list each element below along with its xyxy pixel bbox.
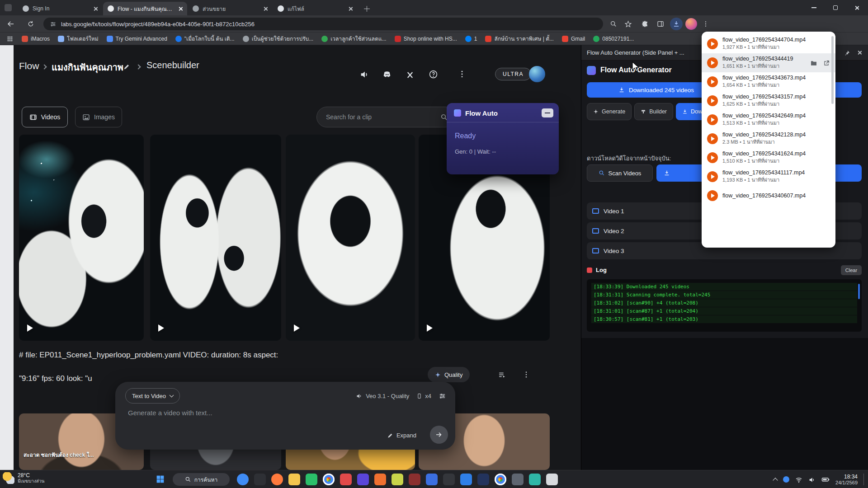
tab-images[interactable]: Images — [75, 107, 122, 127]
open-file-icon[interactable] — [823, 59, 830, 67]
bookmark-item[interactable]: 1 — [465, 36, 477, 42]
taskbar-app-icon-5[interactable] — [306, 474, 317, 485]
bookmark-item[interactable]: Try Gemini Advanced — [107, 36, 167, 42]
download-item-8[interactable]: flow_video_1769254341117.mp41,193 KB • 1… — [702, 167, 835, 186]
user-avatar[interactable] — [529, 66, 545, 82]
audio-icon[interactable] — [359, 70, 369, 80]
browser-tab-edit-file[interactable]: แก้ไฟล์ — [273, 2, 357, 15]
taskbar-app-icon-12[interactable] — [426, 474, 438, 485]
play-icon[interactable] — [27, 324, 33, 332]
help-icon[interactable] — [429, 70, 438, 79]
popup-scrollbar[interactable] — [831, 36, 834, 104]
taskbar-app-icon-1[interactable] — [237, 474, 249, 485]
reload-button[interactable] — [24, 18, 37, 30]
model-selector[interactable]: Veo 3.1 - Quality — [356, 393, 409, 399]
tray-app-icon[interactable] — [783, 476, 789, 483]
chrome-icon-2[interactable] — [495, 474, 506, 485]
taskbar-search[interactable]: การค้นหา — [173, 473, 230, 486]
tab-close-icon[interactable] — [178, 6, 184, 12]
x-social-icon[interactable] — [406, 70, 414, 79]
flow-auto-widget[interactable]: Flow Auto Ready Gen: 0 | Wait: -- — [447, 103, 559, 174]
taskbar-app-icon-8[interactable] — [357, 474, 369, 485]
show-desktop-sliver[interactable] — [863, 474, 865, 485]
tab-videos[interactable]: Videos — [22, 107, 68, 127]
taskbar-clock[interactable]: 18:34 24/1/2569 — [835, 474, 858, 486]
browser-tab-flow[interactable]: Flow - แมงกินฟันคุณภาพ — [103, 2, 187, 15]
taskbar-app-icon-14[interactable] — [460, 474, 472, 485]
window-minimize-button[interactable] — [803, 0, 825, 15]
browser-tab-sign-in[interactable]: Sign In — [18, 2, 102, 15]
bookmark-star-icon[interactable] — [622, 19, 634, 29]
lens-search-icon[interactable] — [608, 19, 619, 29]
download-item-3[interactable]: flow_video_1769254343673.mp41,654 KB • 1… — [702, 72, 835, 91]
bookmark-item[interactable]: เวลาลูกค้าใช้ส่วนลดแ... — [321, 34, 386, 43]
site-settings-icon[interactable] — [50, 21, 57, 28]
expand-button[interactable]: Expand — [387, 432, 416, 439]
generate-submit-button[interactable] — [430, 426, 448, 444]
file-explorer-icon[interactable] — [288, 474, 300, 485]
quality-dropdown[interactable]: Quality — [428, 367, 470, 382]
chrome-icon[interactable] — [323, 474, 335, 485]
taskbar-app-icon-17[interactable] — [512, 474, 524, 485]
log-scrollbar[interactable] — [858, 284, 860, 299]
aspect-multiplier[interactable]: x4 — [416, 393, 431, 399]
taskbar-app-icon-9[interactable] — [374, 474, 386, 485]
video-thumbnail-2[interactable] — [150, 135, 281, 341]
taskbar-app-icon-11[interactable] — [409, 474, 420, 485]
more-options-icon[interactable] — [518, 367, 534, 382]
apps-grid-icon[interactable] — [6, 35, 14, 42]
widget-minimize-button[interactable] — [542, 108, 553, 117]
bookmark-item[interactable]: โฟลเดอร์ใหม่ — [58, 34, 99, 43]
download-item-6[interactable]: flow_video_1769254342128.mp42.3 MB • 1 น… — [702, 129, 835, 148]
download-item-1[interactable]: flow_video_1769254344704.mp41,927 KB • 1… — [702, 34, 835, 53]
download-item-5[interactable]: flow_video_1769254342649.mp41,513 KB • 1… — [702, 110, 835, 129]
tab-builder[interactable]: Builder — [634, 103, 673, 120]
bookmark-item[interactable]: เป็นผู้ช่วยใช้ด้วยการปรับ... — [243, 34, 314, 43]
new-tab-button[interactable] — [361, 3, 373, 14]
start-button[interactable] — [156, 474, 165, 484]
show-in-folder-icon[interactable] — [810, 59, 817, 67]
tab-close-icon[interactable] — [348, 6, 354, 12]
video-thumbnail-3[interactable] — [286, 135, 415, 341]
video-thumbnail-1[interactable] — [19, 135, 144, 341]
scan-videos-button[interactable]: Scan Videos — [587, 164, 653, 182]
bookmark-item[interactable]: "เมื่อโลกใบนี้ ต้น เติ... — [175, 34, 235, 43]
play-icon[interactable] — [158, 324, 164, 332]
log-clear-button[interactable]: Clear — [841, 265, 862, 275]
taskbar-app-icon-2[interactable] — [254, 474, 266, 485]
side-panel-icon[interactable] — [655, 19, 666, 29]
taskbar-app-icon-13[interactable] — [443, 474, 455, 485]
clip-search-input[interactable] — [326, 113, 440, 121]
pin-icon[interactable] — [844, 49, 850, 56]
bookmark-item[interactable]: 085027191... — [593, 36, 634, 42]
volume-icon[interactable] — [808, 475, 816, 483]
back-button[interactable] — [5, 18, 17, 30]
taskbar-app-icon-18[interactable] — [529, 474, 541, 485]
flow-logo[interactable]: Flow — [19, 61, 39, 71]
profile-avatar[interactable] — [685, 18, 697, 30]
window-maximize-button[interactable] — [825, 0, 846, 15]
play-icon[interactable] — [294, 324, 300, 332]
bookmark-item[interactable]: ลักษ์บ้าน ราคาพิเศษ | ตั้... — [485, 34, 554, 43]
weather-widget[interactable]: 28°C มีเมฆบางส่วน — [3, 472, 44, 484]
taskbar-app-icon-10[interactable] — [392, 474, 403, 485]
bookmark-item[interactable]: Shop online with HS... — [395, 36, 457, 42]
taskbar-app-icon-7[interactable] — [340, 474, 352, 485]
play-icon[interactable] — [427, 324, 433, 332]
download-item-9[interactable]: flow_video_1769254340607.mp4 — [702, 186, 835, 205]
side-panel-close-icon[interactable] — [857, 50, 863, 56]
taskbar-app-icon-19[interactable] — [546, 474, 558, 485]
bookmark-item[interactable]: iMacros — [22, 36, 50, 42]
extensions-puzzle-icon[interactable] — [639, 19, 651, 29]
prompt-input[interactable] — [128, 409, 399, 417]
browser-menu-icon[interactable] — [700, 19, 712, 29]
wifi-icon[interactable] — [795, 475, 802, 483]
tune-icon[interactable] — [439, 392, 446, 400]
mode-dropdown[interactable]: Text to Video — [125, 388, 180, 404]
download-item-2[interactable]: flow_video_17692543444191,651 KB • 1 นาท… — [702, 53, 835, 72]
download-item-4[interactable]: flow_video_1769254343157.mp41,625 KB • 1… — [702, 91, 835, 110]
edit-project-name-icon[interactable] — [123, 62, 130, 70]
playlist-icon[interactable] — [494, 367, 510, 382]
firefox-icon[interactable] — [271, 474, 283, 485]
discord-icon[interactable] — [382, 70, 392, 80]
